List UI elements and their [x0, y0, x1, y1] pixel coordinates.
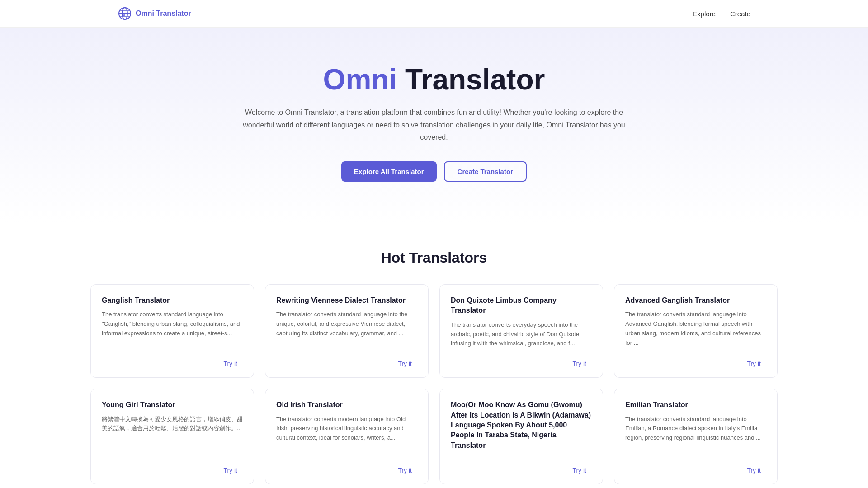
translator-card: Emilian Translator The translator conver…: [614, 389, 778, 484]
translator-card: Don Quixote Limbus Company Translator Th…: [439, 284, 603, 378]
try-it-button[interactable]: Try it: [567, 464, 592, 477]
translator-card: Advanced Ganglish Translator The transla…: [614, 284, 778, 378]
card-title: Emilian Translator: [625, 400, 766, 410]
card-description: The translator converts standard languag…: [102, 310, 243, 348]
card-footer: Try it: [276, 464, 417, 477]
card-footer: Try it: [451, 464, 592, 477]
try-it-button[interactable]: Try it: [741, 357, 766, 370]
nav-create[interactable]: Create: [730, 10, 750, 18]
hot-translators-title: Hot Translators: [90, 249, 778, 266]
create-translator-button[interactable]: Create Translator: [444, 161, 527, 182]
nav-links: Explore Create: [693, 10, 750, 18]
logo-link[interactable]: AI Omni Translator: [118, 6, 191, 21]
card-title: Young Girl Translator: [102, 400, 243, 410]
hero-title-omni: Omni: [323, 63, 397, 96]
card-title: Rewriting Viennese Dialect Translator: [276, 296, 417, 305]
translator-card: Young Girl Translator 將繁體中文轉換為可愛少女風格的語言，…: [90, 389, 254, 484]
card-description: The translator converts standard languag…: [625, 310, 766, 348]
hero-title: Omni Translator: [9, 64, 859, 95]
card-description: The translator converts modern language …: [276, 415, 417, 455]
card-description: The translator converts everyday speech …: [451, 320, 592, 348]
translator-card: Ganglish Translator The translator conve…: [90, 284, 254, 378]
navbar: AI Omni Translator Explore Create: [0, 0, 868, 28]
hero-section: Omni Translator Welcome to Omni Translat…: [0, 28, 868, 222]
hero-description: Welcome to Omni Translator, a translatio…: [235, 106, 633, 143]
card-description: The translator converts standard languag…: [625, 415, 766, 455]
card-footer: Try it: [625, 464, 766, 477]
card-title: Advanced Ganglish Translator: [625, 296, 766, 305]
card-footer: Try it: [102, 464, 243, 477]
hero-buttons: Explore All Translator Create Translator: [9, 161, 859, 182]
try-it-button[interactable]: Try it: [218, 464, 243, 477]
translators-grid: Ganglish Translator The translator conve…: [90, 284, 778, 484]
card-footer: Try it: [276, 357, 417, 370]
translator-card: Old Irish Translator The translator conv…: [265, 389, 429, 484]
nav-explore[interactable]: Explore: [693, 10, 716, 18]
svg-text:AI: AI: [122, 13, 125, 17]
card-title: Moo(Or Moo Know As Gomu (Gwomu) After It…: [451, 400, 592, 450]
try-it-button[interactable]: Try it: [567, 357, 592, 370]
card-title: Old Irish Translator: [276, 400, 417, 410]
try-it-button[interactable]: Try it: [218, 357, 243, 370]
hero-title-translator: Translator: [405, 63, 545, 96]
try-it-button[interactable]: Try it: [392, 464, 417, 477]
card-title: Ganglish Translator: [102, 296, 243, 305]
try-it-button[interactable]: Try it: [392, 357, 417, 370]
translator-card: Moo(Or Moo Know As Gomu (Gwomu) After It…: [439, 389, 603, 484]
globe-icon: AI: [118, 6, 132, 21]
translator-card: Rewriting Viennese Dialect Translator Th…: [265, 284, 429, 378]
try-it-button[interactable]: Try it: [741, 464, 766, 477]
card-title: Don Quixote Limbus Company Translator: [451, 296, 592, 316]
card-description: The translator converts standard languag…: [276, 310, 417, 348]
logo-text: Omni Translator: [136, 9, 191, 18]
card-description: 將繁體中文轉換為可愛少女風格的語言，增添俏皮、甜美的語氣，適合用於輕鬆、活潑的對…: [102, 415, 243, 455]
explore-all-button[interactable]: Explore All Translator: [341, 161, 437, 182]
hot-translators-section: Hot Translators Ganglish Translator The …: [0, 222, 868, 488]
card-footer: Try it: [625, 357, 766, 370]
card-footer: Try it: [451, 357, 592, 370]
card-footer: Try it: [102, 357, 243, 370]
